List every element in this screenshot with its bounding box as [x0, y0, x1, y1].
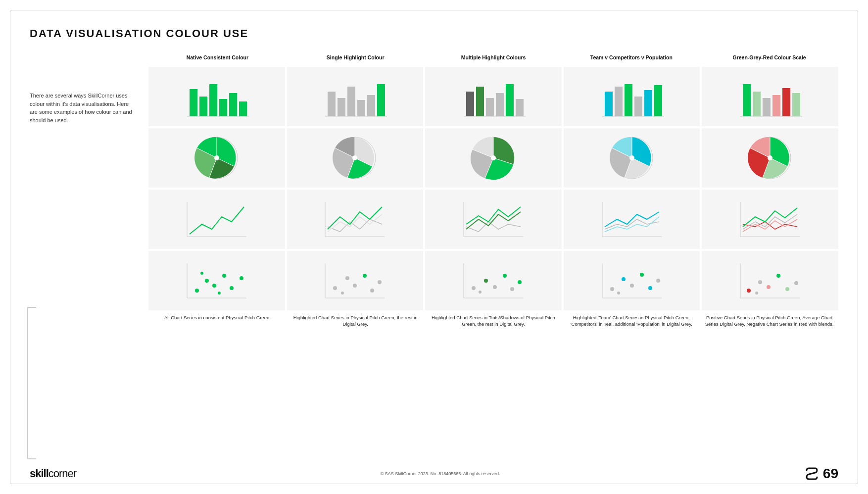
svg-rect-28 [743, 84, 751, 116]
copyright-text: © SAS SkillCorner 2023. No. 818405565. A… [381, 471, 500, 476]
chart-r3c5 [702, 190, 838, 249]
bottom-label-2: Highlighted Chart Series in Physical Pit… [287, 314, 425, 328]
svg-rect-11 [367, 95, 375, 116]
svg-rect-17 [496, 93, 504, 116]
bottom-label-1: All Chart Series in consistent Physcial … [148, 314, 287, 328]
svg-rect-16 [486, 98, 494, 116]
svg-point-100 [479, 291, 482, 294]
svg-point-87 [353, 284, 357, 288]
svg-point-116 [785, 287, 789, 291]
svg-point-114 [767, 285, 771, 289]
svg-rect-12 [377, 84, 385, 116]
page-title: DATA VISUALISATION COLOUR USE [30, 27, 248, 40]
chart-r1c1 [148, 67, 285, 126]
svg-point-103 [610, 287, 614, 291]
col-header-1: Native Consistent Colour [148, 54, 287, 60]
chart-r2c3 [425, 128, 562, 188]
svg-rect-2 [209, 84, 217, 116]
chart-r1c4 [564, 67, 700, 126]
svg-point-105 [630, 284, 634, 288]
svg-point-118 [755, 292, 758, 295]
svg-point-89 [370, 289, 374, 293]
chart-r1c5 [702, 67, 838, 126]
bottom-label-5: Positive Chart Series in Physical Pitch … [700, 314, 838, 328]
svg-rect-3 [219, 99, 227, 116]
svg-point-88 [363, 274, 367, 278]
svg-point-78 [222, 274, 226, 278]
svg-rect-33 [792, 93, 800, 116]
chart-r3c2 [287, 190, 424, 249]
svg-rect-0 [190, 89, 197, 116]
col-header-5: Green-Grey-Red Colour Scale [700, 54, 838, 60]
svg-rect-25 [644, 90, 652, 116]
page-number-area: 69 [804, 466, 838, 482]
chart-r3c4 [564, 190, 700, 249]
svg-rect-15 [476, 87, 484, 116]
svg-point-85 [333, 286, 337, 290]
col-header-4: Team v Competitors v Population [562, 54, 700, 60]
bottom-label-4: Highlighted 'Team' Chart Series in Physi… [562, 314, 700, 328]
svg-point-91 [341, 292, 344, 295]
svg-rect-29 [753, 92, 761, 116]
svg-point-97 [503, 274, 507, 278]
svg-point-106 [640, 273, 644, 277]
chart-r4c2 [287, 251, 424, 310]
svg-point-107 [648, 286, 652, 290]
svg-point-86 [345, 276, 349, 280]
svg-rect-31 [772, 95, 780, 116]
bottom-labels-row: All Chart Series in consistent Physcial … [148, 314, 838, 328]
svg-point-117 [794, 281, 798, 285]
chart-r4c1 [148, 251, 285, 310]
svg-point-108 [656, 279, 660, 283]
svg-rect-22 [615, 87, 623, 116]
svg-rect-14 [466, 92, 474, 116]
col-header-2: Single Highlight Colour [287, 54, 425, 60]
chart-r4c3 [425, 251, 562, 310]
svg-point-81 [200, 272, 203, 275]
chart-r3c1 [148, 190, 285, 249]
svg-rect-4 [229, 93, 237, 116]
description-text: There are several ways SkillCorner uses … [30, 92, 134, 124]
page-number: 69 [823, 466, 838, 482]
svg-rect-30 [763, 98, 771, 116]
svg-point-82 [218, 292, 221, 295]
chart-r2c5 [702, 128, 838, 188]
svg-point-96 [493, 285, 497, 289]
chart-r4c5 [702, 251, 838, 310]
svg-point-94 [472, 286, 476, 290]
svg-point-90 [378, 280, 382, 284]
svg-point-77 [212, 284, 216, 288]
chart-r3c3 [425, 190, 562, 249]
svg-point-80 [240, 276, 243, 280]
chart-r2c2 [287, 128, 424, 188]
svg-point-79 [230, 286, 234, 290]
svg-rect-8 [338, 98, 345, 116]
svg-point-98 [510, 287, 514, 291]
column-headers: Native Consistent Colour Single Highligh… [148, 54, 838, 60]
svg-rect-9 [347, 87, 355, 116]
svg-rect-26 [654, 85, 662, 116]
chart-r2c1 [148, 128, 285, 188]
svg-point-112 [747, 289, 751, 293]
svg-point-104 [622, 277, 626, 281]
svg-point-113 [758, 280, 762, 284]
col-header-3: Multiple Highlight Colours [425, 54, 563, 60]
s-logo-icon [804, 466, 819, 481]
svg-rect-23 [625, 84, 632, 116]
svg-point-115 [776, 274, 780, 278]
svg-point-95 [484, 279, 488, 283]
svg-point-109 [617, 292, 620, 295]
svg-rect-32 [782, 88, 790, 116]
chart-r1c2 [287, 67, 424, 126]
svg-point-75 [195, 289, 199, 293]
svg-point-99 [518, 280, 522, 284]
svg-rect-7 [328, 92, 336, 116]
chart-r4c4 [564, 251, 700, 310]
chart-r1c3 [425, 67, 562, 126]
bottom-label-3: Highlighted Chart Series in Tints/Shadow… [425, 314, 563, 328]
svg-rect-21 [605, 92, 613, 116]
footer: skillcorner © SAS SkillCorner 2023. No. … [30, 466, 838, 482]
chart-r2c4 [564, 128, 700, 188]
svg-rect-24 [634, 97, 642, 116]
svg-rect-5 [239, 101, 247, 116]
